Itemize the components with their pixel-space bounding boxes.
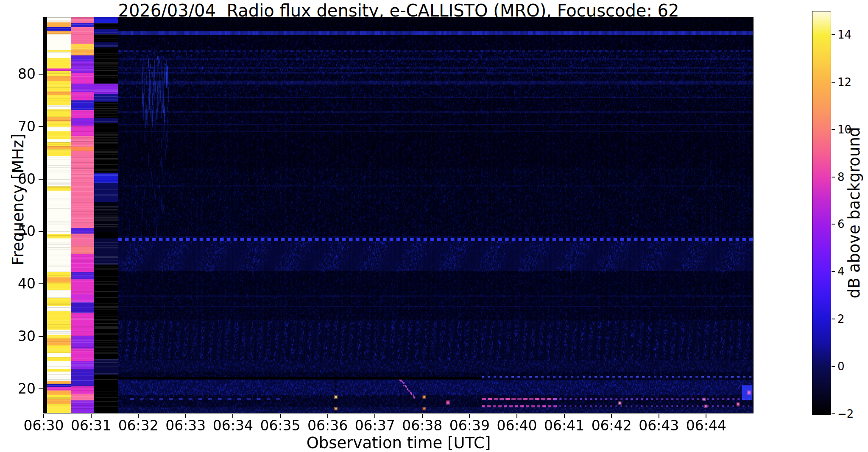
x-tick-label: 06:40: [494, 419, 540, 433]
colorbar-tick-label: 2: [837, 313, 845, 324]
y-tick-mark: [39, 126, 43, 127]
y-tick-mark: [39, 74, 43, 75]
y-tick-mark: [39, 336, 43, 337]
colorbar-canvas: [812, 11, 831, 414]
colorbar-tick-mark: [832, 413, 835, 414]
x-tick-label: 06:38: [399, 419, 446, 433]
y-tick-label: 50: [12, 224, 36, 238]
colorbar-tick-mark: [832, 34, 835, 35]
x-tick-label: 06:31: [68, 419, 114, 433]
y-tick-label: 80: [12, 67, 36, 81]
colorbar-label: dB above background: [845, 86, 864, 340]
y-tick-mark: [39, 231, 43, 232]
y-tick-mark: [39, 179, 43, 180]
x-tick-label: 06:30: [20, 419, 67, 433]
colorbar-tick-mark: [832, 366, 835, 367]
colorbar-tick-mark: [832, 82, 835, 83]
colorbar-tick-label: 6: [837, 219, 845, 230]
x-tick-label: 06:43: [636, 419, 682, 433]
x-tick-label: 06:32: [115, 419, 162, 433]
y-tick-label: 60: [12, 172, 36, 186]
colorbar-tick-label: 14: [837, 29, 851, 40]
y-tick-mark: [39, 388, 43, 389]
x-tick-label: 06:34: [209, 419, 256, 433]
x-tick-label: 06:41: [541, 419, 588, 433]
colorbar-tick-label: 8: [837, 172, 845, 183]
y-tick-label: 40: [12, 277, 36, 291]
colorbar-tick-mark: [832, 129, 835, 130]
colorbar-tick-label: −2: [837, 408, 854, 419]
x-tick-label: 06:35: [257, 419, 304, 433]
x-tick-label: 06:36: [304, 419, 351, 433]
colorbar-tick-mark: [832, 271, 835, 272]
x-axis-label: Observation time [UTC]: [44, 434, 754, 452]
x-tick-label: 06:44: [683, 419, 729, 433]
figure: 2026/03/04 Radio flux density, e-CALLIST…: [0, 0, 868, 452]
x-tick-label: 06:39: [446, 419, 493, 433]
y-tick-label: 30: [12, 329, 36, 343]
colorbar-tick-mark: [832, 177, 835, 177]
colorbar-tick-mark: [832, 224, 835, 225]
x-tick-label: 06:42: [588, 419, 635, 433]
y-tick-label: 20: [12, 382, 36, 396]
spectrogram-canvas: [43, 17, 753, 413]
x-tick-label: 06:37: [352, 419, 398, 433]
y-tick-label: 70: [12, 119, 36, 133]
colorbar-tick-label: 4: [837, 266, 845, 277]
plot-area: [43, 17, 754, 413]
x-tick-label: 06:33: [162, 419, 209, 433]
colorbar-tick-label: 0: [837, 361, 845, 372]
colorbar-tick-mark: [832, 319, 835, 319]
y-tick-mark: [39, 283, 43, 284]
colorbar: [812, 11, 831, 415]
